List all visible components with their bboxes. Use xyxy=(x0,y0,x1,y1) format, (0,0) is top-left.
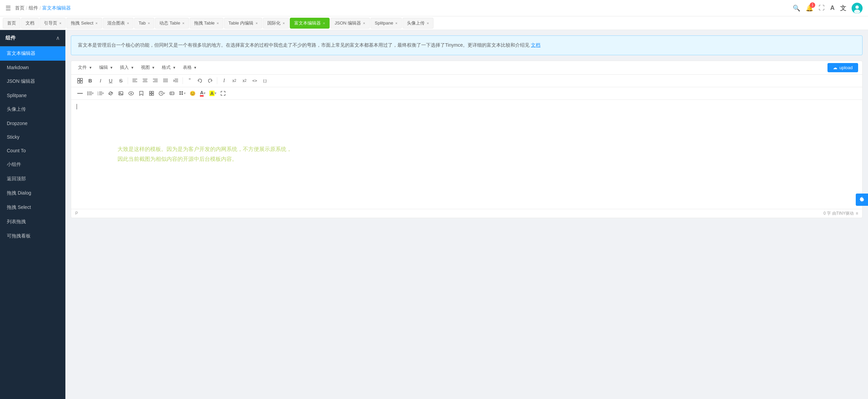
clock-arrow[interactable]: ▾ xyxy=(163,91,165,95)
toolbar-align-center-icon[interactable] xyxy=(140,76,150,86)
toolbar-image-icon[interactable] xyxy=(116,89,126,98)
tab-rich-editor-close[interactable]: × xyxy=(323,21,325,25)
tab-drag-table[interactable]: 拖拽 Table × xyxy=(190,18,223,29)
sidebar-item-json-editor[interactable]: JSON 编辑器 xyxy=(0,74,65,89)
tab-avatar[interactable]: 头像上传 × xyxy=(403,18,433,29)
avatar[interactable] xyxy=(852,3,863,14)
toolbar-fullscreen2-icon[interactable] xyxy=(218,89,228,98)
tab-dynamic-table-close[interactable]: × xyxy=(182,21,184,25)
toolbar-font-color-icon[interactable]: A ▾ xyxy=(198,89,207,98)
toolbar-superscript-icon[interactable]: x2 xyxy=(240,76,249,86)
sidebar-item-count-to[interactable]: Count To xyxy=(0,144,65,157)
translate-icon[interactable]: 文 xyxy=(840,4,846,12)
tab-i18n[interactable]: 国际化 × xyxy=(263,18,289,29)
upload-button[interactable]: ☁ upload xyxy=(827,63,858,72)
sidebar-item-markdown[interactable]: Markdown xyxy=(0,61,65,74)
editor-menu-view[interactable]: 视图 ▼ xyxy=(138,63,158,72)
sidebar-item-back-top[interactable]: 返回顶部 xyxy=(0,172,65,186)
editor-menu-table[interactable]: 表格 ▼ xyxy=(180,63,200,72)
toolbar-link-icon[interactable] xyxy=(106,89,115,98)
tab-splitpane-close[interactable]: × xyxy=(395,21,397,25)
grid-arrow[interactable]: ▾ xyxy=(184,91,186,95)
fullscreen-icon[interactable]: ⛶ xyxy=(819,4,825,12)
toolbar-list-ordered-icon[interactable]: 1.2.3. ▾ xyxy=(96,89,105,98)
tab-drag-table-close[interactable]: × xyxy=(217,21,219,25)
toolbar-hr-icon[interactable] xyxy=(75,89,85,98)
tab-table-edit[interactable]: Table 内编辑 × xyxy=(224,18,262,29)
search-icon[interactable]: 🔍 xyxy=(793,4,800,12)
toolbar-italic2-icon[interactable]: I xyxy=(219,76,229,86)
sidebar-item-drag-dialog[interactable]: 拖拽 Dialog xyxy=(0,186,65,200)
editor-menu-file[interactable]: 文件 ▼ xyxy=(75,63,95,72)
list-ordered-arrow[interactable]: ▾ xyxy=(102,91,104,95)
tab-json-editor-close[interactable]: × xyxy=(363,21,365,25)
tab-dynamic-table[interactable]: 动态 Table × xyxy=(155,18,189,29)
tab-i18n-close[interactable]: × xyxy=(283,21,285,25)
editor-menu-edit[interactable]: 编辑 ▼ xyxy=(96,63,116,72)
tab-rich-editor[interactable]: 富文本编辑器 × xyxy=(290,18,329,29)
toolbar-bookmark-icon[interactable] xyxy=(137,89,146,98)
toolbar-grid-icon[interactable]: ▾ xyxy=(177,89,187,98)
toolbar-justify-icon[interactable] xyxy=(161,76,170,86)
editor-menu-insert[interactable]: 插入 ▼ xyxy=(117,63,137,72)
toolbar-align-right-icon[interactable] xyxy=(151,76,160,86)
sidebar-item-splitpane[interactable]: Splitpane xyxy=(0,89,65,102)
tab-tab[interactable]: Tab × xyxy=(134,18,154,29)
tab-mixed-chart-close[interactable]: × xyxy=(127,21,129,25)
toolbar-source-icon[interactable] xyxy=(75,76,85,86)
sidebar-item-list-drag[interactable]: 列表拖拽 xyxy=(0,215,65,229)
toolbar-undo-icon[interactable] xyxy=(195,76,205,86)
toolbar-table2-icon[interactable] xyxy=(147,89,156,98)
toolbar-clock-icon[interactable]: ▾ xyxy=(157,89,167,98)
tab-json-editor[interactable]: JSON 编辑器 × xyxy=(330,18,370,29)
tab-drag-select-close[interactable]: × xyxy=(95,21,97,25)
sidebar-item-avatar[interactable]: 头像上传 xyxy=(0,102,65,117)
toolbar-redo-icon[interactable] xyxy=(205,76,215,86)
font-size-icon[interactable]: A xyxy=(830,4,835,12)
sidebar-item-drag-select[interactable]: 拖拽 Select xyxy=(0,200,65,215)
notification-icon[interactable]: 🔔 1 xyxy=(806,4,813,12)
toolbar-list-unordered-icon[interactable]: ▾ xyxy=(85,89,95,98)
toolbar-code-block-icon[interactable]: {;} xyxy=(260,76,270,86)
tab-tab-close[interactable]: × xyxy=(148,21,150,25)
toolbar-emoji-icon[interactable]: 😊 xyxy=(188,89,197,98)
editor-menu-format[interactable]: 格式 ▼ xyxy=(159,63,179,72)
sidebar-item-rich-editor[interactable]: 富文本编辑器 xyxy=(0,46,65,61)
tab-avatar-close[interactable]: × xyxy=(427,21,429,25)
sidebar-item-kanban[interactable]: 可拖拽看板 xyxy=(0,229,65,243)
tab-guide-close[interactable]: × xyxy=(59,21,61,25)
tab-home[interactable]: 首页 xyxy=(3,18,20,29)
sidebar-collapse-icon[interactable]: ∧ xyxy=(56,35,60,41)
toolbar-blockquote-icon[interactable]: " xyxy=(185,76,194,86)
toolbar-code-icon[interactable]: <> xyxy=(250,76,259,86)
tab-docs[interactable]: 文档 xyxy=(21,18,39,29)
toolbar-embed-icon[interactable] xyxy=(167,89,177,98)
breadcrumb-home[interactable]: 首页 xyxy=(15,5,25,11)
tab-mixed-chart[interactable]: 混合图表 × xyxy=(103,18,133,29)
toolbar-strikethrough-icon[interactable]: S xyxy=(116,76,126,86)
toolbar-italic-icon[interactable]: I xyxy=(96,76,105,86)
menu-icon[interactable]: ☰ xyxy=(5,4,11,12)
sidebar-item-widgets[interactable]: 小组件 xyxy=(0,157,65,172)
sidebar-item-sticky[interactable]: Sticky xyxy=(0,130,65,144)
sidebar-item-dropzone[interactable]: Dropzone xyxy=(0,117,65,130)
toolbar-subscript-icon[interactable]: x2 xyxy=(230,76,239,86)
tab-drag-select[interactable]: 拖拽 Select × xyxy=(66,18,102,29)
tab-guide[interactable]: 引导页 × xyxy=(40,18,66,29)
tab-splitpane[interactable]: Splitpane × xyxy=(370,18,402,29)
breadcrumb-components[interactable]: 组件 xyxy=(29,5,38,11)
list-unordered-arrow[interactable]: ▾ xyxy=(92,91,94,95)
toolbar-bg-color-icon[interactable]: A ▾ xyxy=(208,89,218,98)
toolbar-indent-icon[interactable] xyxy=(171,76,180,86)
toolbar-bold-icon[interactable]: B xyxy=(85,76,95,86)
toolbar-preview-icon[interactable] xyxy=(126,89,136,98)
toolbar-align-left-icon[interactable] xyxy=(130,76,140,86)
toolbar-underline-icon[interactable]: U xyxy=(106,76,115,86)
sidebar-item-markdown-label: Markdown xyxy=(7,65,29,70)
bg-color-arrow[interactable]: ▾ xyxy=(215,91,216,95)
settings-panel-button[interactable] xyxy=(856,194,868,206)
font-color-arrow[interactable]: ▾ xyxy=(204,91,205,95)
info-link[interactable]: 文档 xyxy=(531,42,540,48)
editor-body[interactable]: 大致是这样的模板。因为是为客户开发的内网系统，不方便展示原系统， 因此当前截图为… xyxy=(71,100,862,209)
tab-table-edit-close[interactable]: × xyxy=(255,21,257,25)
